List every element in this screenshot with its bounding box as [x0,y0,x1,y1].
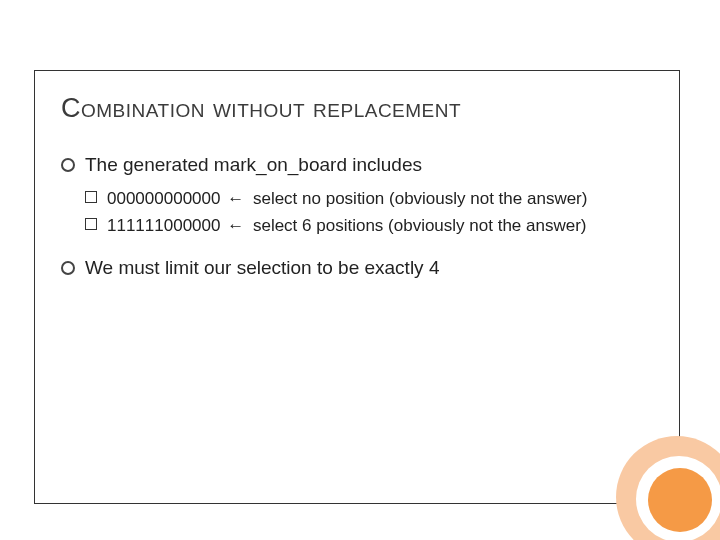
sub-item-text: select no position (obviously not the an… [248,189,587,208]
slide-title: Combination without replacement [61,93,653,124]
bullet-item: We must limit our selection to be exactl… [61,255,653,281]
sub-item-text: select 6 positions (obviously not the an… [248,216,586,235]
content-frame: Combination without replacement The gene… [34,70,680,504]
bullet-item: The generated mark_on_board includes 000… [61,152,653,239]
sub-item: 000000000000 ← select no position (obvio… [85,186,653,212]
sub-item-code: 000000000000 [107,189,220,208]
sub-list: 000000000000 ← select no position (obvio… [85,186,653,239]
bullet-text: We must limit our selection to be exactl… [85,257,439,278]
left-arrow-icon: ← [225,216,248,235]
sub-item-code: 111111000000 [107,216,220,235]
bullet-text: The generated mark_on_board includes [85,154,422,175]
bullet-list: The generated mark_on_board includes 000… [61,152,653,280]
left-arrow-icon: ← [225,189,248,208]
slide: Combination without replacement The gene… [0,0,720,540]
sub-item: 111111000000 ← select 6 positions (obvio… [85,213,653,239]
